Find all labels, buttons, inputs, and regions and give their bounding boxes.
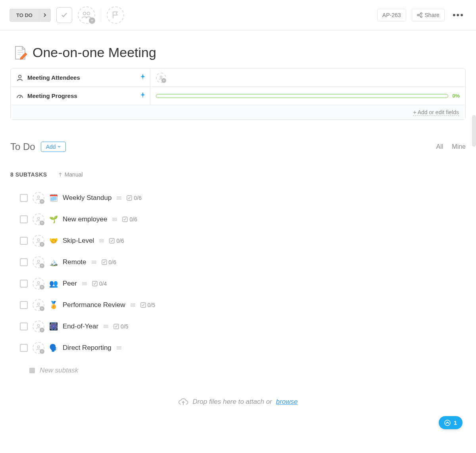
subtask-row[interactable]: +🏅Performance Review0/5	[20, 294, 466, 316]
subtask-row[interactable]: +🏔️Remote0/6	[20, 251, 466, 273]
subtask-assignee[interactable]: +	[33, 342, 44, 354]
flag-icon	[112, 11, 119, 19]
field-row-progress: Meeting Progress 0%	[11, 87, 465, 105]
plus-badge-icon: +	[40, 263, 44, 268]
browse-link[interactable]: browse	[276, 398, 298, 406]
subtask-name[interactable]: Skip-Level	[63, 237, 94, 245]
svg-point-3	[417, 14, 419, 16]
subtask-assignee[interactable]: +	[33, 192, 44, 204]
subtask-assignee[interactable]: +	[33, 213, 44, 225]
subtask-name[interactable]: End-of-Year	[63, 322, 98, 330]
subtasks-list: +🗓️Weekly Standup0/6+🌱New employee0/6+🤝S…	[0, 187, 476, 390]
status-dropdown-caret[interactable]	[39, 9, 51, 22]
caret-down-icon	[58, 146, 61, 148]
subtask-name[interactable]: Direct Reporting	[63, 344, 111, 352]
subtask-row[interactable]: +👥Peer0/4	[20, 273, 466, 294]
subtask-row[interactable]: +🗣️Direct Reporting	[20, 337, 466, 359]
subtask-checklist-count[interactable]: 0/4	[92, 280, 107, 287]
drop-area[interactable]: Drop files here to attach or browse	[0, 390, 476, 418]
filter-all[interactable]: All	[436, 143, 443, 150]
plus-badge-icon: +	[40, 242, 44, 247]
subtask-name[interactable]: New employee	[63, 215, 107, 223]
document-edit-icon	[13, 46, 27, 60]
svg-point-14	[37, 260, 40, 263]
subtask-checkbox[interactable]	[20, 280, 28, 288]
subtask-assignee[interactable]: +	[33, 278, 44, 290]
subtask-name[interactable]: Weekly Standup	[63, 194, 111, 202]
drag-handle-icon[interactable]	[82, 280, 87, 287]
subtask-checklist-count[interactable]: 0/6	[102, 259, 116, 265]
complete-task-button[interactable]	[56, 7, 72, 23]
drag-handle-icon[interactable]	[116, 194, 122, 202]
more-menu-button[interactable]: •••	[450, 10, 466, 20]
add-subtask-button[interactable]: Add	[41, 142, 66, 152]
subtask-emoji: 🤝	[49, 236, 58, 245]
subtask-checkbox[interactable]	[20, 301, 28, 309]
drag-handle-icon[interactable]	[130, 301, 136, 309]
drag-handle-icon[interactable]	[116, 344, 122, 351]
subtask-checkbox[interactable]	[20, 322, 28, 330]
subtask-name[interactable]: Peer	[63, 280, 77, 288]
plus-badge-icon: +	[161, 78, 166, 83]
subtask-row[interactable]: +🎆End-of-Year0/5	[20, 316, 466, 337]
add-edit-fields-link[interactable]: + Add or edit fields	[413, 109, 459, 116]
progress-bar[interactable]	[156, 94, 448, 98]
svg-point-10	[37, 217, 40, 220]
status-group: TO DO	[10, 9, 51, 22]
svg-point-6	[160, 76, 162, 78]
share-button[interactable]: Share	[412, 9, 445, 21]
filter-mine[interactable]: Mine	[452, 143, 466, 150]
subtask-assignee[interactable]: +	[33, 256, 44, 268]
svg-point-22	[37, 346, 40, 348]
plus-badge-icon: +	[89, 17, 95, 24]
subtask-checklist-count[interactable]: 0/6	[122, 216, 137, 223]
subtask-name[interactable]: Performance Review	[63, 301, 125, 309]
subtask-row[interactable]: +🤝Skip-Level0/6	[20, 230, 466, 251]
gauge-icon	[16, 93, 23, 99]
svg-point-8	[37, 196, 40, 198]
subtask-row[interactable]: +🌱New employee0/6	[20, 209, 466, 230]
drag-handle-icon[interactable]	[112, 216, 117, 223]
set-priority-button[interactable]	[107, 6, 124, 24]
subtask-checkbox[interactable]	[20, 215, 28, 223]
drag-handle-icon[interactable]	[91, 259, 97, 266]
subtask-checklist-count[interactable]: 0/5	[140, 302, 155, 308]
svg-point-2	[420, 13, 422, 14]
caret-right-icon	[43, 13, 46, 17]
sort-mode-button[interactable]: Manual	[58, 171, 83, 178]
subtask-checklist-count[interactable]: 0/6	[109, 238, 124, 244]
subtask-checklist-count[interactable]: 0/6	[127, 195, 141, 201]
subtask-checkbox[interactable]	[20, 194, 28, 202]
drag-handle-icon[interactable]	[103, 323, 109, 330]
subtask-assignee[interactable]: +	[33, 299, 44, 311]
subtask-checkbox[interactable]	[20, 258, 28, 266]
subtask-checklist-count[interactable]: 0/5	[113, 323, 128, 330]
drag-handle-icon[interactable]	[99, 237, 104, 244]
drop-text: Drop files here to attach or	[192, 398, 272, 406]
subtask-checkbox[interactable]	[20, 344, 28, 352]
subtask-assignee[interactable]: +	[33, 321, 44, 332]
plus-badge-icon: +	[40, 221, 44, 225]
plus-badge-icon: +	[40, 349, 44, 354]
pin-icon[interactable]	[140, 92, 145, 100]
task-id-chip[interactable]: AP-263	[377, 9, 406, 21]
page-title[interactable]: One-on-one Meeting	[33, 45, 156, 60]
field-label: Meeting Attendees	[27, 74, 80, 81]
add-assignees-button[interactable]: +	[78, 6, 95, 24]
scrollbar[interactable]	[472, 115, 476, 147]
field-value-attendees[interactable]: +	[150, 69, 465, 86]
checklist-icon	[127, 195, 132, 201]
field-row-attendees: Meeting Attendees +	[11, 69, 465, 87]
subtask-row[interactable]: +🗓️Weekly Standup0/6	[20, 187, 466, 209]
new-subtask-row[interactable]: New subtask	[20, 359, 466, 374]
add-attendee-button[interactable]: +	[156, 73, 166, 83]
plus-badge-icon: +	[40, 306, 44, 311]
subtask-checkbox[interactable]	[20, 237, 28, 245]
subtask-assignee[interactable]: +	[33, 235, 44, 247]
pin-icon[interactable]	[140, 74, 145, 81]
topbar: TO DO + AP-263 Share •••	[0, 0, 476, 31]
field-value-progress[interactable]: 0%	[150, 87, 465, 105]
status-button[interactable]: TO DO	[10, 9, 39, 22]
fields-footer: + Add or edit fields	[11, 105, 465, 119]
subtask-name[interactable]: Remote	[63, 258, 86, 266]
